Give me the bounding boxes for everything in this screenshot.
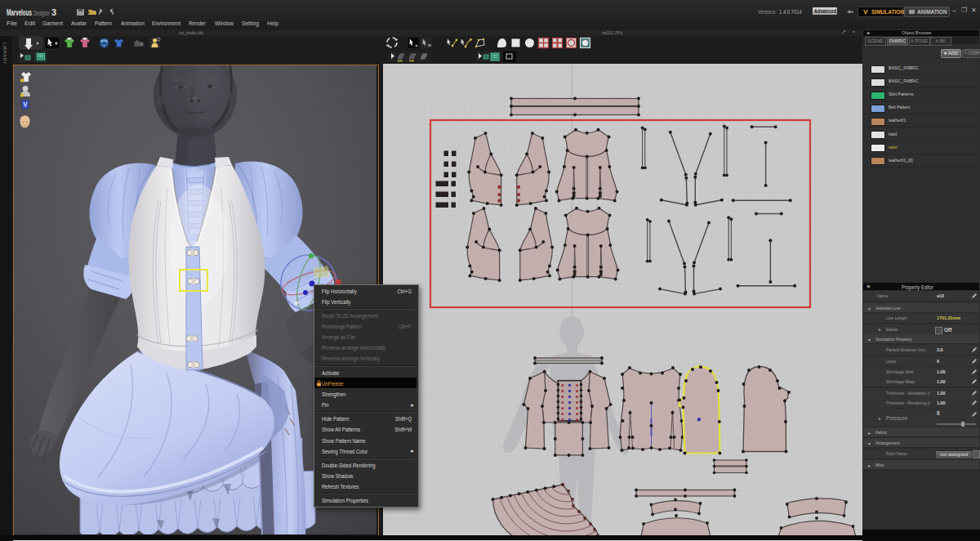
svg-text:Designer: Designer [33,9,50,17]
svg-text:3: 3 [51,7,56,17]
svg-text:Render: Render [189,20,206,27]
svg-text:Pattern: Pattern [95,20,112,27]
svg-text:Setting: Setting [242,20,259,27]
svg-text:File: File [7,20,18,27]
svg-text:Edit: Edit [24,20,36,27]
svg-text:Help: Help [267,20,278,27]
svg-text:Window: Window [215,20,234,27]
svg-text:Garment: Garment [42,20,64,27]
svg-text:Marvelous: Marvelous [7,8,32,17]
svg-text:Avatar: Avatar [71,20,87,27]
svg-text:Environment: Environment [152,20,181,27]
svg-text:Animation: Animation [121,20,145,27]
